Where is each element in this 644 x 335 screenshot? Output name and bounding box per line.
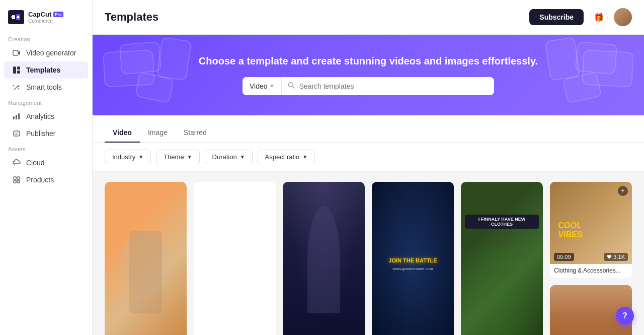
sidebar-item-analytics-label: Analytics — [26, 112, 54, 120]
sidebar-item-smart-tools[interactable]: Smart tools — [4, 79, 88, 96]
filter-theme-label: Theme — [164, 153, 184, 161]
sidebar: CapCut Pro Commerce Creation Video gener… — [0, 0, 93, 335]
template-card-5[interactable]: COOLVIBES + 00:09 3.1K Clothing & Ac — [550, 182, 632, 278]
main-content: Templates Subscribe 🎁 C — [93, 0, 644, 335]
template-icon — [12, 65, 21, 75]
tab-image[interactable]: Image — [140, 123, 176, 143]
sidebar-item-publisher[interactable]: Publisher — [4, 125, 88, 142]
help-icon: ? — [622, 311, 627, 320]
logo-icon — [8, 10, 24, 24]
hero-banner: Choose a template and create stunning vi… — [93, 35, 644, 115]
tabs-area: Video Image Starred — [93, 115, 644, 143]
sidebar-item-products-label: Products — [26, 176, 54, 184]
cloud-icon — [12, 158, 21, 167]
chevron-down-icon: ▼ — [187, 154, 192, 160]
hero-bg-shapes — [93, 35, 644, 115]
gaming-subtitle-text: www.gamesname.com — [388, 266, 437, 271]
svg-rect-15 — [18, 113, 20, 119]
svg-rect-1 — [11, 16, 13, 18]
template-thumb-4: I FINNALY HAVE NEW CLOTHES 00:10 66 — [461, 182, 543, 335]
template-card-2[interactable]: 00:11 142 Clothing Foreshadowing... — [283, 182, 365, 335]
search-type-button[interactable]: Video ▼ — [243, 77, 282, 95]
template-thumb-0: 00:11 364 — [105, 182, 187, 335]
svg-rect-17 — [14, 177, 16, 179]
svg-rect-13 — [13, 116, 15, 119]
filter-aspect-ratio[interactable]: Aspect ratio ▼ — [258, 150, 315, 164]
sidebar-item-cloud-label: Cloud — [26, 159, 45, 167]
products-icon — [12, 175, 21, 184]
svg-rect-20 — [17, 180, 20, 183]
scrollable-content: Choose a template and create stunning vi… — [93, 35, 644, 335]
filter-industry[interactable]: Industry ▼ — [105, 150, 151, 164]
search-input-wrap — [282, 82, 494, 90]
cool-vibes-text: COOLVIBES — [558, 221, 582, 239]
sidebar-item-video-generator-label: Video generator — [26, 49, 76, 57]
svg-rect-14 — [16, 115, 17, 119]
plus-overlay: + — [618, 186, 628, 196]
thumb-overlay-3: 00:11 1.1K — [372, 332, 454, 335]
sidebar-item-smart-tools-label: Smart tools — [26, 83, 62, 91]
filter-theme[interactable]: Theme ▼ — [156, 150, 199, 164]
thumb-overlay-2: 00:11 142 — [283, 332, 365, 335]
sidebar-item-templates-label: Templates — [26, 66, 60, 74]
sidebar-item-video-generator[interactable]: Video generator — [4, 44, 88, 61]
thumb-overlay-1: 00:10 1.2K — [194, 332, 276, 335]
logo: CapCut Pro Commerce — [0, 6, 92, 32]
tab-video[interactable]: Video — [105, 123, 140, 143]
chevron-down-icon: ▼ — [138, 154, 143, 160]
template-card-0[interactable]: 00:11 364 Make up product display... — [105, 182, 187, 335]
wand-icon — [12, 83, 21, 92]
filter-industry-label: Industry — [112, 153, 135, 161]
creation-section-label: Creation — [0, 32, 92, 44]
search-type-label: Video — [250, 82, 268, 90]
help-button[interactable]: ? — [616, 307, 634, 325]
svg-rect-4 — [13, 50, 18, 55]
like-badge-5: 3.1K — [604, 253, 628, 261]
template-card-4[interactable]: I FINNALY HAVE NEW CLOTHES 00:10 66 Pet … — [461, 182, 543, 335]
chevron-down-icon: ▼ — [270, 83, 275, 89]
gift-icon: 🎁 — [594, 13, 604, 22]
svg-rect-18 — [17, 177, 20, 179]
thumb-makeup — [105, 182, 187, 335]
templates-grid: 00:11 364 Make up product display... — [93, 172, 644, 335]
page-title: Templates — [105, 11, 158, 24]
avatar[interactable] — [614, 8, 632, 26]
sidebar-item-analytics[interactable]: Analytics — [4, 108, 88, 125]
thumb-foreshadow — [283, 182, 365, 335]
template-card-1[interactable]: 00:10 1.2K Clothing Product Display... — [194, 182, 276, 335]
svg-rect-5 — [13, 66, 16, 74]
template-thumb-1: 00:10 1.2K — [194, 182, 276, 335]
thumb-gaming: JOIN THE BATTLE www.gamesname.com — [372, 182, 454, 335]
chevron-down-icon: ▼ — [240, 154, 245, 160]
bg-shape-2 — [156, 37, 192, 81]
thumb-overlay-4: 00:10 66 — [461, 332, 543, 335]
bg-shape-6 — [545, 37, 581, 81]
thumb-overlay-5: 00:09 3.1K — [550, 250, 632, 264]
template-thumb-2: 00:11 142 — [283, 182, 365, 335]
gift-button[interactable]: 🎁 — [590, 8, 608, 26]
sidebar-item-templates[interactable]: Templates — [4, 61, 88, 79]
gaming-title-text: JOIN THE BATTLE — [388, 257, 437, 264]
video-icon — [12, 48, 21, 57]
svg-rect-7 — [17, 71, 20, 74]
chevron-down-icon: ▼ — [302, 154, 307, 160]
filters-area: Industry ▼ Theme ▼ Duration ▼ Aspect rat… — [93, 143, 644, 172]
thumb-pet: I FINNALY HAVE NEW CLOTHES — [461, 182, 543, 335]
tab-starred[interactable]: Starred — [176, 123, 215, 143]
header-actions: Subscribe 🎁 — [529, 8, 632, 26]
search-icon — [288, 82, 295, 90]
search-input[interactable] — [299, 82, 488, 90]
management-section-label: Management — [0, 96, 92, 108]
svg-rect-16 — [14, 131, 20, 136]
sidebar-item-cloud[interactable]: Cloud — [4, 154, 88, 171]
template-card-3[interactable]: JOIN THE BATTLE www.gamesname.com 00:11 … — [372, 182, 454, 335]
subscribe-button[interactable]: Subscribe — [529, 9, 584, 25]
duration-badge-5: 00:09 — [554, 253, 574, 261]
gaming-overlay: JOIN THE BATTLE www.gamesname.com — [372, 182, 454, 335]
analytics-icon — [12, 112, 21, 121]
hero-title: Choose a template and create stunning vi… — [199, 55, 538, 67]
filter-duration-label: Duration — [212, 153, 237, 161]
svg-rect-19 — [14, 180, 16, 183]
filter-duration[interactable]: Duration ▼ — [205, 150, 253, 164]
sidebar-item-products[interactable]: Products — [4, 171, 88, 188]
